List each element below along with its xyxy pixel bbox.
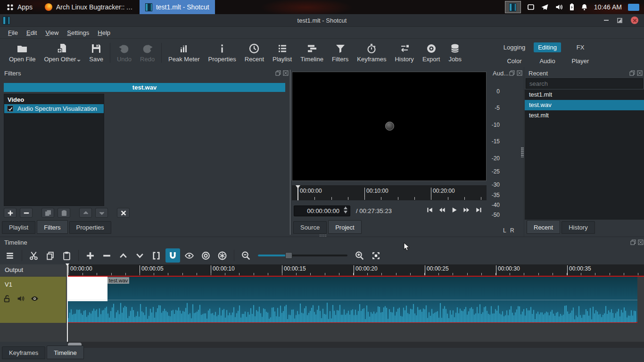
close-panel-icon[interactable] — [517, 70, 522, 76]
menu-settings[interactable]: Settings — [63, 28, 93, 38]
current-time-spinbox[interactable]: 00:00:00:00 — [294, 206, 350, 216]
mute-track-icon[interactable] — [17, 295, 25, 303]
move-filter-up-button[interactable] — [79, 208, 92, 218]
append-button[interactable] — [83, 248, 98, 263]
split-button[interactable] — [149, 248, 164, 263]
ripple-delete-button[interactable] — [99, 248, 114, 263]
menu-file[interactable]: File — [4, 28, 22, 38]
volume-icon[interactable] — [555, 3, 563, 11]
time-step-up-button[interactable] — [344, 206, 347, 209]
add-filter-button[interactable] — [4, 208, 17, 218]
maximize-button[interactable] — [617, 18, 622, 23]
fast-forward-button[interactable] — [462, 206, 471, 214]
move-filter-down-button[interactable] — [95, 208, 108, 218]
redo-button[interactable]: Redo — [136, 41, 159, 65]
copy-button[interactable] — [43, 248, 58, 263]
taskbar-task-shotcut[interactable]: test1.mlt - Shotcut — [140, 0, 215, 14]
close-button[interactable] — [631, 16, 638, 24]
copy-filters-button[interactable] — [41, 208, 54, 218]
timeline-zoom-slider[interactable] — [258, 248, 347, 263]
tab-history[interactable]: History — [561, 221, 594, 234]
splitter-handle[interactable] — [521, 147, 524, 157]
open-file-button[interactable]: Open File — [5, 41, 40, 65]
cut-button[interactable] — [26, 248, 41, 263]
menu-edit[interactable]: Edit — [22, 28, 41, 38]
display-icon[interactable] — [527, 3, 535, 11]
paste-filters-button[interactable] — [58, 208, 70, 218]
play-button[interactable] — [450, 206, 458, 214]
playlist-button[interactable]: Playlist — [268, 41, 296, 65]
undo-button[interactable]: Undo — [113, 41, 136, 65]
send-icon[interactable] — [541, 3, 549, 11]
float-panel-icon[interactable] — [629, 70, 635, 76]
zoom-fit-button[interactable] — [369, 248, 383, 263]
timeline-clip-testwav[interactable]: test.wav — [67, 277, 637, 323]
bell-icon[interactable] — [581, 3, 588, 11]
rewind-button[interactable] — [438, 206, 446, 214]
recent-search-input[interactable] — [526, 78, 643, 89]
tab-keyframes[interactable]: Keyframes — [2, 346, 45, 359]
timeline-button[interactable]: Timeline — [296, 41, 328, 65]
time-step-down-button[interactable] — [344, 211, 347, 214]
hide-track-icon[interactable] — [31, 295, 39, 303]
properties-button[interactable]: Properties — [204, 41, 240, 65]
scrubber-playhead[interactable] — [297, 185, 298, 200]
lift-button[interactable] — [116, 248, 131, 263]
tab-source[interactable]: Source — [293, 221, 327, 234]
filters-button[interactable]: Filters — [328, 41, 353, 65]
menu-view[interactable]: View — [41, 28, 63, 38]
layout-fx[interactable]: FX — [572, 42, 589, 52]
tab-filters[interactable]: Filters — [37, 220, 67, 234]
skip-to-end-button[interactable] — [475, 206, 483, 214]
jobs-button[interactable]: Jobs — [444, 41, 465, 65]
track-header-v1[interactable]: V1 — [0, 277, 66, 323]
float-panel-icon[interactable] — [275, 70, 281, 76]
recent-item-selected[interactable]: test.wav — [525, 100, 644, 110]
output-track-button[interactable]: Output — [0, 264, 66, 276]
close-panel-icon[interactable] — [638, 239, 644, 245]
apps-menu-button[interactable]: Apps — [0, 0, 39, 14]
player-scrubber[interactable]: 00:00:00 00:10:00 00:20:00 — [292, 185, 487, 200]
deselect-filter-button[interactable] — [117, 208, 130, 218]
tab-project[interactable]: Project — [328, 220, 361, 234]
show-desktop-button[interactable] — [628, 4, 639, 11]
recent-item[interactable]: test1.mlt — [525, 90, 644, 100]
battery-icon[interactable] — [569, 3, 575, 11]
keyframes-button[interactable]: Keyframes — [353, 41, 390, 65]
close-panel-icon[interactable] — [637, 70, 643, 76]
tab-properties[interactable]: Properties — [69, 221, 111, 234]
zoom-out-button[interactable] — [239, 248, 253, 263]
history-button[interactable]: History — [390, 41, 418, 65]
lock-track-icon[interactable] — [3, 295, 11, 303]
layout-player[interactable]: Player — [568, 56, 594, 66]
timeline-menu-button[interactable] — [3, 248, 17, 263]
shotcut-tray-icon[interactable] — [505, 1, 521, 13]
snap-toggle[interactable] — [165, 248, 180, 263]
taskbar-task-firefox[interactable]: Arch Linux Bugtracker:: A... — [39, 0, 140, 14]
open-other-button[interactable]: Open Other — [40, 41, 85, 65]
recent-button[interactable]: Recent — [240, 41, 268, 65]
panel-splitter[interactable] — [290, 70, 290, 235]
tab-timeline[interactable]: Timeline — [47, 346, 84, 359]
filter-row[interactable]: Audio Spectrum Visualization — [4, 104, 104, 113]
zoom-in-button[interactable] — [352, 248, 367, 263]
remove-filter-button[interactable] — [20, 208, 33, 218]
timeline-scrollbar[interactable] — [67, 342, 644, 348]
zoom-slider-handle[interactable] — [285, 252, 292, 259]
timeline-ruler[interactable]: 00:00:00 00:00:05 00:00:10 00:00:15 00:0… — [67, 264, 644, 276]
peak-meter-button[interactable]: Peak Meter — [164, 41, 204, 65]
float-panel-icon[interactable] — [630, 239, 636, 245]
menu-help[interactable]: Help — [93, 28, 115, 38]
ripple-all-tracks-toggle[interactable] — [215, 248, 230, 263]
float-panel-icon[interactable] — [509, 70, 515, 76]
timeline-playhead[interactable] — [67, 263, 68, 342]
layout-color[interactable]: Color — [503, 56, 526, 66]
close-panel-icon[interactable] — [283, 70, 289, 76]
scrub-while-dragging-toggle[interactable] — [182, 248, 197, 263]
save-button[interactable]: Save — [85, 41, 107, 65]
tab-recent[interactable]: Recent — [527, 220, 560, 234]
ripple-toggle[interactable] — [198, 248, 213, 263]
minimize-button[interactable] — [604, 20, 609, 21]
layout-audio[interactable]: Audio — [535, 56, 559, 66]
layout-logging[interactable]: Logging — [499, 42, 529, 52]
